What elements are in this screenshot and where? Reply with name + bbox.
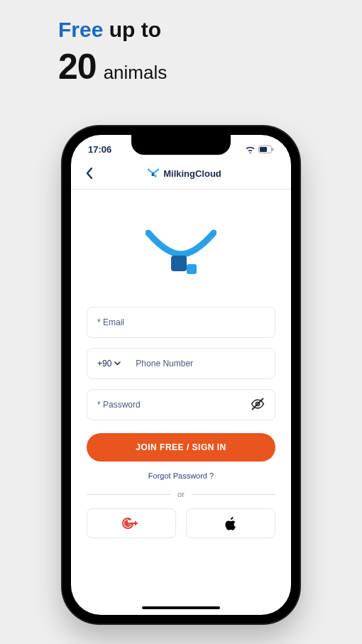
password-placeholder: * Password bbox=[97, 400, 141, 410]
headline-line-1: Free up to bbox=[58, 18, 167, 42]
status-icons bbox=[245, 146, 274, 153]
email-placeholder: * Email bbox=[97, 317, 124, 327]
social-login-row bbox=[87, 508, 275, 538]
headline-number: 20 bbox=[58, 46, 97, 87]
svg-rect-3 bbox=[152, 173, 155, 176]
apple-icon bbox=[225, 517, 236, 530]
status-time: 17:06 bbox=[88, 144, 111, 155]
wifi-icon bbox=[245, 146, 256, 153]
google-signin-button[interactable] bbox=[87, 508, 176, 538]
svg-rect-5 bbox=[171, 256, 187, 271]
headline-animals: animals bbox=[104, 62, 168, 84]
headline-line-2: 20 animals bbox=[58, 46, 167, 87]
country-code-label: +90 bbox=[97, 359, 111, 369]
phone-screen: 17:06 MilkingCloud bbox=[71, 135, 291, 615]
apple-signin-button[interactable] bbox=[186, 508, 275, 538]
email-field[interactable]: * Email bbox=[87, 307, 275, 338]
battery-icon bbox=[258, 146, 274, 153]
app-logo-icon bbox=[148, 168, 159, 179]
divider-line-right bbox=[192, 494, 275, 495]
app-title: MilkingCloud bbox=[88, 168, 281, 179]
svg-rect-1 bbox=[260, 147, 267, 152]
toggle-password-visibility[interactable] bbox=[251, 397, 265, 413]
headline-free: Free bbox=[58, 18, 103, 41]
phone-field[interactable]: +90 Phone Number bbox=[87, 348, 275, 379]
or-label: or bbox=[177, 490, 185, 498]
eye-off-icon bbox=[251, 397, 265, 411]
password-field[interactable]: * Password bbox=[87, 389, 275, 420]
phone-notch bbox=[131, 135, 231, 155]
country-code-selector[interactable]: +90 bbox=[97, 359, 128, 369]
divider-line-left bbox=[87, 494, 170, 495]
app-name-label: MilkingCloud bbox=[163, 168, 221, 179]
brand-logo-icon bbox=[146, 229, 216, 278]
svg-rect-4 bbox=[155, 175, 157, 177]
phone-frame: 17:06 MilkingCloud bbox=[62, 126, 300, 623]
svg-rect-2 bbox=[273, 148, 274, 151]
app-header: MilkingCloud bbox=[71, 159, 291, 190]
promo-headline: Free up to 20 animals bbox=[58, 18, 167, 87]
svg-rect-6 bbox=[187, 264, 197, 274]
phone-placeholder: Phone Number bbox=[136, 359, 193, 369]
home-indicator bbox=[142, 606, 220, 609]
google-plus-icon bbox=[122, 517, 141, 530]
divider-or: or bbox=[87, 490, 275, 498]
headline-up-to: up to bbox=[109, 18, 161, 41]
brand-logo bbox=[87, 229, 275, 278]
forgot-password-link[interactable]: Forgot Password ? bbox=[87, 471, 275, 480]
join-signin-button[interactable]: JOIN FREE / SIGN IN bbox=[87, 433, 275, 462]
chevron-down-icon bbox=[114, 361, 121, 366]
signin-form: * Email +90 Phone Number * Password bbox=[71, 190, 291, 538]
